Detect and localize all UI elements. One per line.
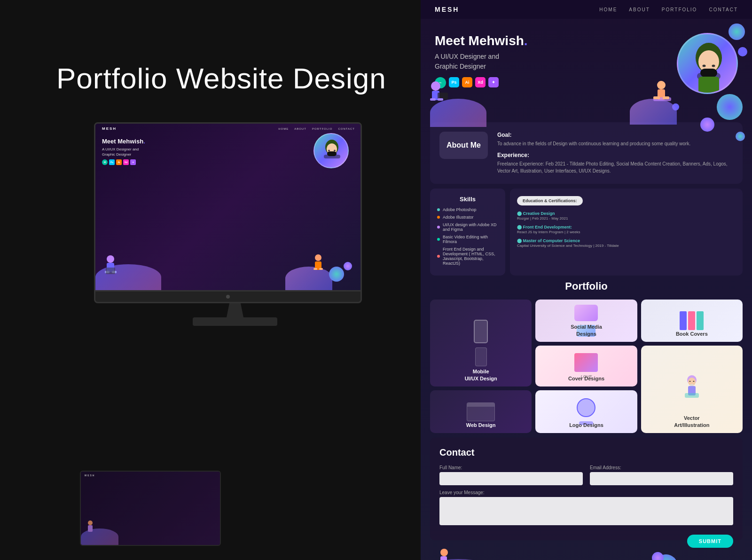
screen-person-left	[100, 254, 121, 284]
skills-title: Skills	[437, 196, 498, 203]
message-label: Leave your Message:	[439, 490, 733, 495]
contact-message-field: Leave your Message:	[439, 490, 733, 527]
monitor-container: MESH HOME ABOUT PORTFOLIO CONTACT Meet M…	[94, 122, 376, 326]
svg-rect-16	[88, 525, 93, 532]
card-book[interactable]: Book Covers	[641, 300, 743, 342]
screen-avatar	[313, 133, 349, 168]
card-social[interactable]: Social MediaDesigns	[535, 300, 637, 342]
svg-point-39	[693, 381, 694, 382]
bottom-section	[421, 545, 687, 560]
card-logo[interactable]: Logo Designs	[535, 390, 637, 433]
about-label-box: About Me	[439, 132, 488, 159]
svg-point-24	[431, 81, 440, 91]
nav-about[interactable]: ABOUT	[629, 7, 650, 12]
mockup-nav-links: HOME ABOUT PORTFOLIO CONTACT	[599, 7, 738, 12]
logo-circle	[577, 398, 595, 417]
svg-rect-10	[106, 268, 115, 274]
edu-creative-title: ⬤ Creative Design	[517, 211, 736, 216]
right-panel: MESH HOME ABOUT PORTFOLIO CONTACT Meet M…	[421, 0, 752, 560]
svg-rect-20	[700, 69, 717, 77]
about-exp-title: Experience:	[497, 152, 733, 158]
vector-illustration	[680, 374, 704, 405]
screen-badge-row: M Ps Ai Xd ✦	[102, 159, 145, 165]
card-cover[interactable]: LOVE Cover Designs	[535, 346, 637, 386]
hero-orb-3	[736, 132, 745, 141]
skill-dot-fe	[437, 255, 440, 258]
badge-figma: ✦	[488, 77, 499, 87]
monitor-screen: MESH HOME ABOUT PORTFOLIO CONTACT Meet M…	[94, 122, 362, 292]
nav-contact[interactable]: CONTACT	[709, 7, 738, 12]
svg-rect-3	[327, 151, 337, 156]
screen-hero-text: Meet Mehwish. A UI/UX Designer andGraphi…	[102, 138, 145, 165]
about-goal-text: To advance in the fields of Design with …	[497, 140, 733, 147]
svg-point-6	[107, 255, 114, 263]
skills-panel: Skills Adobe Photoshop Adobe Illustrator…	[430, 189, 505, 276]
edu-masters-sub: Capital University of Science and Techno…	[517, 243, 736, 248]
monitor-stand-neck	[221, 303, 249, 317]
skill-photoshop: Adobe Photoshop	[437, 207, 498, 212]
main-title: Portfolio Website Design	[56, 61, 386, 96]
about-label: About Me	[446, 141, 481, 150]
svg-rect-26	[438, 93, 448, 99]
contact-name-field: Full Name:	[439, 465, 583, 485]
full-name-input[interactable]	[439, 472, 583, 485]
badge-ai: Ai	[462, 77, 472, 87]
svg-point-38	[689, 381, 690, 382]
svg-point-4	[328, 150, 330, 151]
screen-nav-links: HOME ABOUT PORTFOLIO CONTACT	[278, 127, 355, 130]
card-social-label: Social MediaDesigns	[535, 319, 637, 342]
screen-orb-2	[344, 262, 352, 270]
about-content: Goal: To advance in the fields of Design…	[497, 132, 733, 174]
education-panel: Education & Certifications: ⬤ Creative D…	[510, 189, 743, 276]
hero-name: Meet Mehwish.	[435, 33, 667, 49]
screen-brand-label: MESH	[102, 126, 117, 131]
badge-xd: Xd	[475, 77, 486, 87]
svg-rect-13	[313, 268, 317, 270]
nav-portfolio[interactable]: PORTFOLIO	[662, 7, 697, 12]
about-exp-text: Freelance Experience: Feb 2021 - Tilldat…	[497, 160, 733, 174]
left-panel: Portfolio Website Design MESH HOME ABOUT…	[0, 0, 421, 560]
svg-point-5	[334, 150, 336, 151]
contact-section: Contact Full Name: Email Address: Leave …	[430, 438, 743, 540]
portfolio-section: Portfolio MobileUI/UX Design	[430, 280, 743, 433]
hero-text: Meet Mehwish. A UI/UX Designer andGraphi…	[435, 33, 667, 88]
bottom-figure	[432, 548, 456, 560]
svg-point-15	[88, 521, 93, 525]
cover-graphic	[574, 353, 598, 372]
svg-point-29	[657, 81, 666, 89]
edu-masters-title: ⬤ Master of Computer Science	[517, 238, 736, 243]
nav-home[interactable]: HOME	[599, 7, 617, 12]
skill-frontend: Front End Design and Development ( HTML,…	[437, 247, 498, 266]
hero-person-left	[430, 80, 456, 118]
skill-illustrator: Adobe Illustrator	[437, 215, 498, 220]
contact-row-1: Full Name: Email Address:	[439, 465, 733, 485]
message-input[interactable]	[439, 497, 733, 525]
hero-person-right	[649, 80, 674, 115]
svg-rect-32	[653, 96, 660, 99]
svg-point-22	[712, 65, 715, 67]
about-layout: About Me Goal: To advance in the fields …	[439, 132, 733, 174]
svg-point-41	[440, 549, 448, 556]
email-input[interactable]	[590, 472, 733, 485]
submit-button[interactable]: SUBMIT	[687, 535, 733, 548]
email-label: Email Address:	[590, 465, 733, 470]
card-vector[interactable]: VectorArt/Illustration	[641, 346, 743, 433]
card-logo-label: Logo Designs	[535, 417, 637, 433]
card-vector-label: VectorArt/Illustration	[641, 410, 743, 433]
card-mobile-label: MobileUI/UX Design	[430, 363, 532, 386]
education-button[interactable]: Education & Certifications:	[517, 196, 583, 205]
edu-creative-sub: Rozgar | Feb 2021 - May 2021	[517, 216, 736, 221]
portfolio-title: Portfolio	[430, 280, 743, 292]
svg-rect-40	[690, 384, 694, 386]
hero-avatar	[677, 33, 738, 94]
phone-mockup	[474, 320, 488, 343]
monitor-stand-base	[193, 317, 277, 326]
card-mobile[interactable]: MobileUI/UX Design	[430, 300, 532, 386]
svg-rect-42	[440, 556, 447, 560]
hero-desc: A UI/UX Designer andGraphic Designer	[435, 52, 667, 71]
mockup-nav: MESH HOME ABOUT PORTFOLIO CONTACT	[421, 0, 752, 19]
mockup-hero: Meet Mehwish. A UI/UX Designer andGraphi…	[421, 19, 752, 122]
skill-dot-xd	[437, 226, 440, 229]
screen-orb-1	[329, 267, 344, 282]
card-web[interactable]: Web Design	[430, 390, 532, 433]
